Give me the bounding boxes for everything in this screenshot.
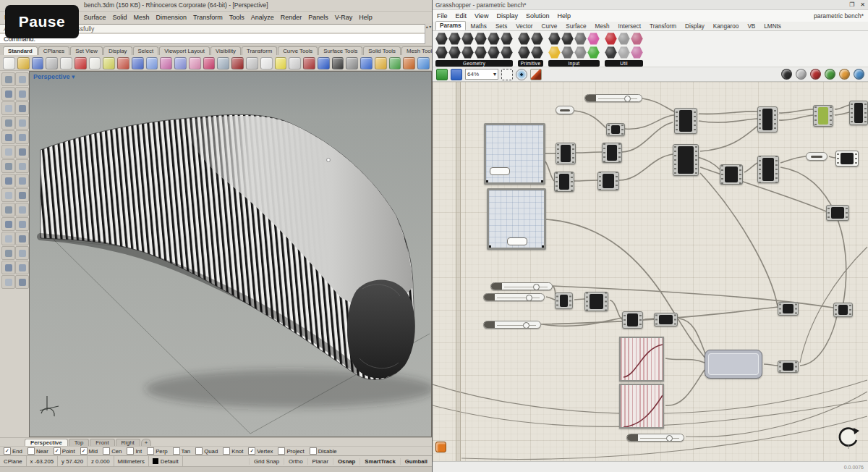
primitive-param-1-icon[interactable] <box>518 33 530 45</box>
checkbox-int[interactable] <box>127 447 134 455</box>
side-tool-28-icon[interactable] <box>15 261 29 274</box>
gh-tab-vector[interactable]: Vector <box>512 22 536 30</box>
side-tool-18-icon[interactable] <box>15 188 29 202</box>
comp-h-outputs[interactable] <box>829 106 833 126</box>
comp-u-inputs[interactable] <box>834 303 838 316</box>
osnap-mid[interactable]: ✓Mid <box>80 447 98 455</box>
grid-panel-1[interactable] <box>484 123 545 185</box>
ribbon-group-label-primitive[interactable]: Primitive <box>518 60 543 67</box>
input-param-7-icon[interactable] <box>587 33 600 45</box>
menu-transform[interactable]: Transform <box>193 14 223 21</box>
light-icon[interactable] <box>275 57 287 69</box>
blue-material-icon[interactable] <box>318 57 330 69</box>
comp-d-outputs[interactable] <box>570 172 574 191</box>
comp-n-outputs[interactable] <box>854 151 858 166</box>
osnap-int[interactable]: Int <box>127 447 142 455</box>
gh-tab-lmnts[interactable]: LMNts <box>760 22 785 30</box>
comp-b[interactable] <box>556 143 576 164</box>
toggle-ortho[interactable]: Ortho <box>284 458 307 465</box>
comp-j-inputs[interactable] <box>673 145 677 175</box>
comp-a-inputs[interactable] <box>607 124 610 135</box>
geometry-param-5-icon[interactable] <box>461 33 474 45</box>
checkbox-vertex[interactable]: ✓ <box>248 447 255 455</box>
grasshopper-canvas[interactable] <box>433 82 868 462</box>
comp-t-outputs[interactable] <box>794 303 798 315</box>
util-param-4-icon[interactable] <box>618 46 630 59</box>
geometry-param-7-icon[interactable] <box>475 33 487 45</box>
side-tool-29-icon[interactable] <box>1 275 15 289</box>
preview-red-icon[interactable] <box>810 69 821 80</box>
viewport-tab-add[interactable]: + <box>141 439 152 446</box>
pan-icon[interactable] <box>146 57 158 69</box>
viewport-tab-perspective[interactable]: Perspective <box>25 439 68 446</box>
toggle-gumball[interactable]: Gumball <box>400 458 432 465</box>
geometry-param-12-icon[interactable] <box>501 46 513 59</box>
geometry-param-6-icon[interactable] <box>461 46 474 59</box>
zoom-level-select[interactable]: 64% ▾ <box>465 69 498 80</box>
toolbar-tab-standard[interactable]: Standard <box>3 46 38 55</box>
undo-icon[interactable] <box>117 57 129 69</box>
slider-c[interactable] <box>483 321 541 329</box>
input-param-6-icon[interactable] <box>574 46 587 59</box>
gh-tab-mesh[interactable]: Mesh <box>592 22 613 30</box>
toolbar-tab-curve-tools[interactable]: Curve Tools <box>278 46 318 55</box>
comp-r-inputs[interactable] <box>623 312 626 328</box>
preview-gray-icon[interactable] <box>796 69 807 80</box>
toolbar-tab-viewport-layout[interactable]: Viewport Layout <box>159 46 210 55</box>
menu-analyze[interactable]: Analyze <box>251 14 274 21</box>
zoom-extents-icon[interactable] <box>160 57 172 69</box>
red-material-icon[interactable] <box>303 57 315 69</box>
side-tool-22-icon[interactable] <box>15 217 29 231</box>
checkbox-knot[interactable] <box>223 447 230 455</box>
util-param-3-icon[interactable] <box>618 33 630 45</box>
util-param-6-icon[interactable] <box>631 46 643 59</box>
primitive-param-4-icon[interactable] <box>531 46 543 59</box>
gray-sphere-icon[interactable] <box>346 57 358 69</box>
cluster[interactable] <box>705 350 762 379</box>
maximize-icon[interactable]: ❐ <box>849 1 854 8</box>
toggle-pill[interactable] <box>556 106 574 114</box>
comp-h[interactable] <box>813 105 833 127</box>
checkbox-end[interactable]: ✓ <box>4 447 11 455</box>
comp-u-outputs[interactable] <box>848 303 852 316</box>
menu-tools[interactable]: Tools <box>229 14 244 21</box>
slider-b-handle[interactable] <box>526 295 532 301</box>
menu-mesh[interactable]: Mesh <box>133 14 149 21</box>
side-tool-26-icon[interactable] <box>15 246 29 260</box>
comp-s-inputs[interactable] <box>655 313 658 326</box>
geometry-param-9-icon[interactable] <box>488 33 500 45</box>
comp-j-outputs[interactable] <box>694 145 698 175</box>
osnap-disable[interactable]: Disable <box>310 447 337 455</box>
slider-c-handle[interactable] <box>523 322 529 329</box>
comp-e[interactable] <box>597 172 619 190</box>
comp-t-inputs[interactable] <box>778 303 782 315</box>
toolbar-tab-transform[interactable]: Transform <box>242 46 277 55</box>
rhino-viewport[interactable]: Perspective ▾ <box>29 71 432 437</box>
side-tool-30-icon[interactable] <box>15 275 29 289</box>
osnap-knot[interactable]: Knot <box>223 447 243 455</box>
close-icon[interactable]: ✕ <box>860 1 865 8</box>
slider-a[interactable] <box>490 282 553 290</box>
gh-menu-display[interactable]: Display <box>496 12 518 20</box>
toolbar-tab-display[interactable]: Display <box>103 46 132 55</box>
gh-tab-maths[interactable]: Maths <box>467 22 490 30</box>
zoom-window-icon[interactable] <box>174 57 187 69</box>
side-tool-11-icon[interactable] <box>1 145 15 159</box>
shaded-view-icon[interactable] <box>246 57 258 69</box>
gh-tab-kangaroo[interactable]: Kangaroo <box>710 22 743 30</box>
new-file-icon[interactable] <box>3 57 15 69</box>
comp-l-outputs[interactable] <box>775 156 778 182</box>
viewport-tab-front[interactable]: Front <box>90 439 114 446</box>
viewport-tab-top[interactable]: Top <box>69 439 90 446</box>
side-tool-13-icon[interactable] <box>1 159 15 173</box>
input-param-4-icon[interactable] <box>561 46 574 59</box>
menu-dimension[interactable]: Dimension <box>156 14 187 21</box>
gh-menu-edit[interactable]: Edit <box>456 12 467 20</box>
comp-v-outputs[interactable] <box>794 361 798 372</box>
status-field-1[interactable]: CPlane <box>0 456 27 466</box>
comp-v[interactable] <box>778 361 799 373</box>
side-tool-2-icon[interactable] <box>15 72 29 86</box>
side-tool-12-icon[interactable] <box>15 145 29 159</box>
recording-pause-badge[interactable]: Pause <box>5 5 79 38</box>
grid-snap-icon[interactable] <box>217 57 229 69</box>
